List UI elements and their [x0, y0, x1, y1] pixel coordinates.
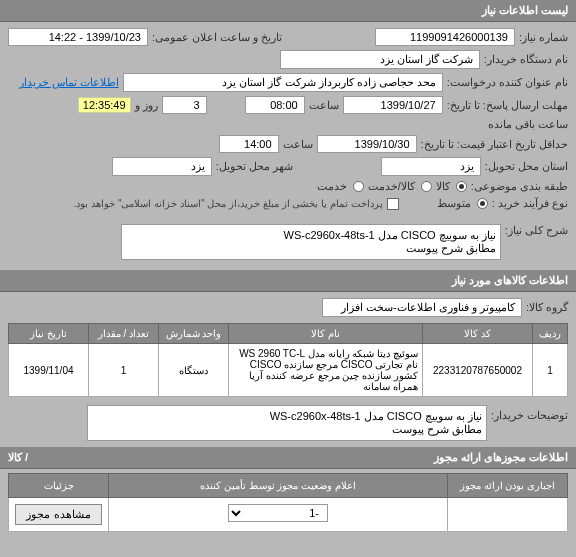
field-announce[interactable]: 1399/10/23 - 14:22	[8, 28, 148, 46]
table-row: -1 مشاهده مجوز	[9, 498, 568, 532]
td-code: 2233120787650002	[423, 344, 533, 397]
label-service: کالا/خدمت	[368, 180, 415, 193]
field-credit-hour[interactable]: 14:00	[219, 135, 279, 153]
td-idx: 1	[533, 344, 568, 397]
td-details: مشاهده مجوز	[9, 498, 109, 532]
label-day: روز و	[135, 99, 158, 112]
th-mandatory: اجباری بودن ارائه مجوز	[448, 474, 568, 498]
th-idx: ردیف	[533, 324, 568, 344]
th-status: اعلام وضعیت مجوز توسط تأمین کننده	[109, 474, 448, 498]
by-goods-label: / کالا	[8, 451, 28, 464]
label-goods-group: گروه کالا:	[526, 301, 568, 314]
field-province[interactable]: یزد	[381, 157, 481, 176]
field-remain-time: 12:35:49	[78, 97, 131, 113]
section-goods-info: اطلاعات کالاهای مورد نیاز	[0, 270, 576, 292]
field-need-no[interactable]: 1199091426000139	[375, 28, 515, 46]
radio-service2[interactable]	[353, 181, 364, 192]
td-date: 1399/11/04	[9, 344, 89, 397]
label-hour2: ساعت	[283, 138, 313, 151]
label-remaining: ساعت باقی مانده	[488, 118, 568, 131]
field-requester[interactable]: محد حجاصی زاده کاربرداز شرکت گاز استان ی…	[123, 73, 443, 92]
label-hour1: ساعت	[309, 99, 339, 112]
label-goods: کالا	[436, 180, 450, 193]
label-general-desc: شرح کلی نیاز:	[505, 220, 568, 237]
label-province: استان محل تحویل:	[485, 160, 568, 173]
field-city[interactable]: یزد	[112, 157, 212, 176]
section-attachments: اطلاعات مجوزهای ارائه مجوز / کالا	[0, 447, 576, 469]
td-mandatory	[448, 498, 568, 532]
td-name: سوئیچ دیتا شبکه رایانه مدل WS 2960 TC-L …	[229, 344, 423, 397]
radio-goods[interactable]	[456, 181, 467, 192]
th-name: نام کالا	[229, 324, 423, 344]
attachments-label: اطلاعات مجوزهای ارائه مجوز	[434, 451, 568, 463]
goods-table: ردیف کد کالا نام کالا واحد شمارش تعداد /…	[8, 323, 568, 397]
link-buyer-contact[interactable]: اطلاعات تماس خریدار	[19, 76, 119, 89]
label-medium: متوسط	[437, 197, 471, 210]
label-service2: خدمت	[317, 180, 347, 193]
table-row[interactable]: 1 2233120787650002 سوئیچ دیتا شبکه رایان…	[9, 344, 568, 397]
label-city: شهر محل تحویل:	[216, 160, 293, 173]
field-goods-group[interactable]: کامپیوتر و فناوری اطلاعات-سخت افزار	[322, 298, 522, 317]
label-need-no: شماره نیاز:	[519, 31, 568, 44]
label-buyer-device: نام دستگاه خریدار:	[484, 53, 568, 66]
td-unit: دستگاه	[159, 344, 229, 397]
view-permit-button[interactable]: مشاهده مجوز	[15, 504, 101, 525]
radio-medium[interactable]	[477, 198, 488, 209]
field-deadline-date[interactable]: 1399/10/27	[343, 96, 443, 114]
label-grouping: طبقه بندی موضوعی:	[471, 180, 568, 193]
field-deadline-days: 3	[162, 96, 207, 114]
field-credit-date[interactable]: 1399/10/30	[317, 135, 417, 153]
th-details: جزئیات	[9, 474, 109, 498]
label-announce: تاریخ و ساعت اعلان عمومی:	[152, 31, 282, 44]
field-buyer-device[interactable]: شرکت گاز استان یزد	[280, 50, 480, 69]
th-qty: تعداد / مقدار	[89, 324, 159, 344]
label-deadline: مهلت ارسال پاسخ: تا تاریخ:	[447, 99, 568, 112]
field-deadline-hour[interactable]: 08:00	[245, 96, 305, 114]
select-status[interactable]: -1	[228, 504, 328, 522]
td-qty: 1	[89, 344, 159, 397]
textarea-general-desc[interactable]: نیاز به سوییچ CISCO مدل WS-c2960x-48ts-1…	[121, 224, 501, 260]
th-unit: واحد شمارش	[159, 324, 229, 344]
label-partial-note: پرداخت تمام یا بخشی از مبلغ خرید،از محل …	[74, 198, 383, 209]
radio-service[interactable]	[421, 181, 432, 192]
label-process-type: نوع فرآیند خرید :	[492, 197, 568, 210]
label-buyer-notes: توضیحات خریدار:	[491, 405, 568, 422]
checkbox-partial[interactable]	[387, 198, 399, 210]
td-status: -1	[109, 498, 448, 532]
label-requester: نام عنوان کننده درخواست:	[447, 76, 568, 89]
permits-table: اجباری بودن ارائه مجوز اعلام وضعیت مجوز …	[8, 473, 568, 532]
th-code: کد کالا	[423, 324, 533, 344]
th-date: تاریخ نیاز	[9, 324, 89, 344]
label-credit: حداقل تاریخ اعتبار قیمت: تا تاریخ:	[421, 138, 568, 151]
textarea-buyer-notes[interactable]: نیاز به سوییچ CISCO مدل WS-c2960x-48ts-1…	[87, 405, 487, 441]
section-listing: لیست اطلاعات نیاز	[0, 0, 576, 22]
